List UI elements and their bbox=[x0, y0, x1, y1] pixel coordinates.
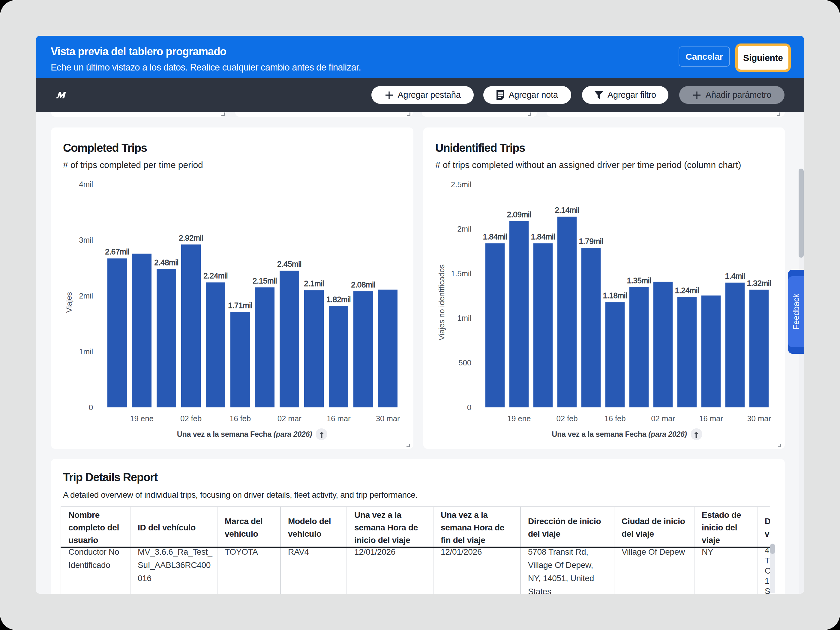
svg-text:02 feb: 02 feb bbox=[180, 414, 202, 423]
svg-text:2.08mil: 2.08mil bbox=[351, 280, 375, 289]
svg-text:4mil: 4mil bbox=[79, 180, 93, 189]
svg-text:1mil: 1mil bbox=[457, 314, 471, 322]
svg-text:Unidentified Trips: Unidentified Trips bbox=[435, 142, 525, 154]
svg-text:1.35mil: 1.35mil bbox=[627, 276, 651, 285]
svg-text:# of trips completed per time: # of trips completed per time period bbox=[63, 160, 203, 170]
svg-text:Completed Trips: Completed Trips bbox=[63, 142, 147, 154]
svg-text:1.18mil: 1.18mil bbox=[603, 291, 627, 300]
svg-text:1.71mil: 1.71mil bbox=[228, 301, 252, 310]
svg-text:16 mar: 16 mar bbox=[327, 414, 351, 423]
svg-text:2mil: 2mil bbox=[457, 224, 471, 234]
svg-text:2.92mil: 2.92mil bbox=[179, 234, 203, 242]
svg-text:16 mar: 16 mar bbox=[699, 414, 723, 423]
svg-text:500: 500 bbox=[458, 358, 471, 367]
svg-text:0: 0 bbox=[467, 403, 471, 412]
svg-text:# of trips completed without a: # of trips completed without an assigned… bbox=[435, 160, 741, 170]
svg-text:2.24mil: 2.24mil bbox=[204, 271, 228, 280]
svg-text:1.24mil: 1.24mil bbox=[675, 286, 699, 295]
svg-text:02 mar: 02 mar bbox=[278, 414, 302, 423]
svg-text:3mil: 3mil bbox=[79, 235, 93, 245]
svg-text:1.4mil: 1.4mil bbox=[725, 272, 745, 281]
svg-text:2.5mil: 2.5mil bbox=[451, 180, 471, 189]
svg-text:2.48mil: 2.48mil bbox=[154, 258, 178, 267]
svg-text:2.1mil: 2.1mil bbox=[304, 279, 324, 288]
svg-text:Viajes no identificados: Viajes no identificados bbox=[437, 264, 446, 341]
svg-text:02 mar: 02 mar bbox=[651, 414, 675, 423]
svg-text:2.45mil: 2.45mil bbox=[277, 259, 302, 268]
svg-text:1.32mil: 1.32mil bbox=[747, 279, 771, 288]
svg-text:2.15mil: 2.15mil bbox=[253, 276, 277, 285]
svg-text:2.09mil: 2.09mil bbox=[507, 210, 531, 219]
svg-text:16 feb: 16 feb bbox=[229, 414, 251, 423]
svg-text:0: 0 bbox=[89, 403, 93, 412]
svg-text:19 ene: 19 ene bbox=[130, 414, 153, 423]
svg-text:1.5mil: 1.5mil bbox=[451, 269, 471, 278]
svg-text:1mil: 1mil bbox=[79, 347, 93, 356]
svg-text:1.84mil: 1.84mil bbox=[531, 232, 555, 241]
svg-text:16 feb: 16 feb bbox=[604, 414, 625, 423]
svg-text:2.67mil: 2.67mil bbox=[105, 247, 129, 256]
svg-text:1.79mil: 1.79mil bbox=[579, 237, 603, 246]
svg-text:30 mar: 30 mar bbox=[376, 414, 400, 423]
svg-text:2.14mil: 2.14mil bbox=[555, 205, 579, 215]
svg-text:30 mar: 30 mar bbox=[747, 414, 771, 423]
svg-text:02 feb: 02 feb bbox=[556, 414, 578, 423]
svg-text:1.84mil: 1.84mil bbox=[483, 232, 507, 241]
svg-text:Viajes: Viajes bbox=[65, 292, 74, 313]
svg-text:1.82mil: 1.82mil bbox=[327, 295, 351, 304]
svg-text:19 ene: 19 ene bbox=[507, 414, 531, 423]
svg-text:2mil: 2mil bbox=[79, 291, 93, 300]
